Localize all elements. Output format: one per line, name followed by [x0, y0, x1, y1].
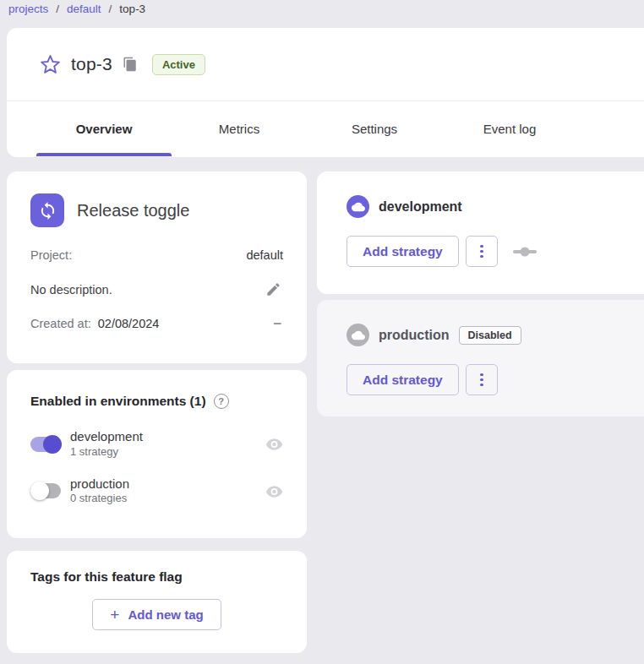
breadcrumb: projects / default / top-3	[8, 3, 145, 15]
description-text: No description.	[30, 283, 112, 297]
strategy-count: 0 strategies	[70, 492, 265, 506]
project-row: Project: default	[30, 248, 283, 262]
enabled-environments-card: Enabled in environments (1) ? developmen…	[7, 370, 307, 538]
environment-panel-title: production	[379, 328, 450, 343]
project-value: default	[246, 248, 283, 262]
environment-name: production	[70, 476, 265, 493]
flag-type-row: Release toggle	[30, 193, 283, 227]
flag-header-card: top-3 Active Overview Metrics Settings E…	[7, 28, 644, 157]
cloud-environment-icon	[347, 195, 369, 218]
created-label: Created at:	[30, 317, 91, 330]
kebab-menu-icon[interactable]	[466, 236, 498, 267]
strategy-count: 1 strategy	[70, 445, 265, 460]
active-tab-indicator	[36, 153, 172, 156]
collapse-details-icon[interactable]: –	[272, 318, 283, 329]
add-strategy-button[interactable]: Add strategy	[347, 236, 459, 267]
plus-icon: +	[110, 609, 119, 621]
created-value: 02/08/2024	[98, 317, 160, 330]
enabled-environments-title: Enabled in environments (1)	[30, 394, 206, 409]
visibility-eye-icon[interactable]	[265, 482, 283, 500]
copy-name-icon[interactable]	[121, 55, 139, 73]
favorite-star-icon[interactable]	[39, 53, 61, 75]
tab-settings[interactable]: Settings	[307, 101, 442, 156]
breadcrumb-separator: /	[109, 3, 112, 15]
environment-row-production: production 0 strategies	[30, 476, 283, 507]
breadcrumb-current: top-3	[119, 3, 145, 15]
environment-panel-production: production Disabled Add strategy	[317, 300, 644, 416]
tab-overview[interactable]: Overview	[36, 101, 172, 156]
environment-row-development: development 1 strategy	[30, 429, 283, 460]
help-icon[interactable]: ?	[214, 394, 229, 409]
status-badge: Active	[152, 54, 205, 75]
flag-details-card: Release toggle Project: default No descr…	[7, 171, 307, 363]
cloud-environment-icon	[347, 324, 369, 346]
tab-metrics[interactable]: Metrics	[172, 101, 307, 156]
tags-card: Tags for this feature flag + Add new tag	[7, 551, 307, 653]
breadcrumb-link-default[interactable]: default	[67, 3, 101, 15]
environment-panel-title: development	[379, 199, 462, 215]
project-label: Project:	[30, 248, 72, 262]
toggle-production[interactable]	[30, 482, 62, 500]
flag-type-label: Release toggle	[77, 201, 189, 220]
disabled-badge: Disabled	[459, 326, 521, 345]
description-row: No description.	[30, 280, 283, 299]
visibility-eye-icon[interactable]	[265, 435, 283, 454]
flag-title-row: top-3 Active	[7, 28, 644, 101]
breadcrumb-link-projects[interactable]: projects	[8, 3, 48, 15]
tags-title: Tags for this feature flag	[30, 569, 283, 585]
kebab-menu-icon[interactable]	[466, 364, 498, 395]
page-title: top-3	[71, 54, 112, 74]
edit-description-icon[interactable]	[264, 280, 283, 299]
flag-tabs: Overview Metrics Settings Event log	[7, 101, 644, 156]
tab-event-log[interactable]: Event log	[442, 101, 577, 156]
toggle-development[interactable]	[30, 435, 62, 454]
add-new-tag-button[interactable]: + Add new tag	[92, 599, 221, 630]
environment-panel-development: development Add strategy	[317, 171, 644, 294]
add-strategy-button[interactable]: Add strategy	[347, 364, 459, 395]
breadcrumb-separator: /	[56, 3, 59, 15]
created-row: Created at: 02/08/2024 –	[30, 317, 283, 330]
add-new-tag-label: Add new tag	[128, 607, 203, 622]
rollout-slider-icon	[513, 247, 537, 257]
release-toggle-icon	[30, 193, 64, 227]
environment-name: development	[70, 429, 265, 445]
